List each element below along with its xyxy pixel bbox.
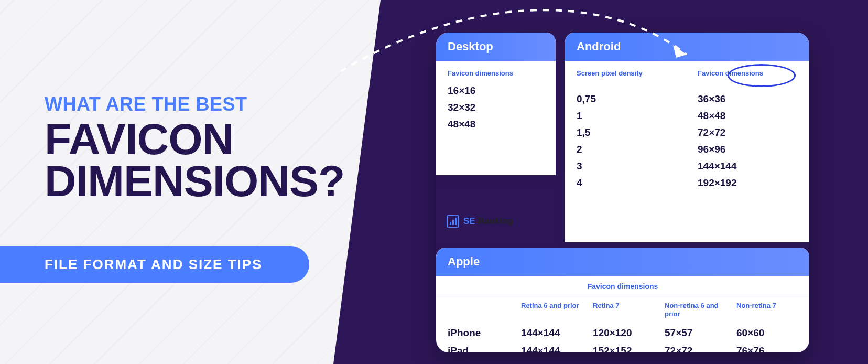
desktop-value: 48×48	[448, 119, 544, 130]
android-density: 4	[577, 177, 677, 189]
kicker-text: WHAT ARE THE BEST	[45, 93, 344, 115]
desktop-value: 16×16	[448, 85, 544, 97]
android-dimension: 192×192	[698, 177, 798, 189]
android-dimension: 144×144	[698, 160, 798, 172]
apple-col-header: Non-retina 6 and prior	[665, 302, 726, 324]
apple-card: Apple Favicon dimensions Retina 6 and pr…	[436, 248, 809, 352]
desktop-value: 32×32	[448, 102, 544, 113]
android-density: 1	[577, 110, 677, 122]
apple-cell: 152×152	[593, 342, 654, 352]
desktop-card-header: Desktop	[436, 33, 556, 61]
se-ranking-badge: SE Ranking	[441, 212, 518, 231]
apple-cell: 76×76	[736, 342, 798, 352]
apple-subheader: Favicon dimensions	[436, 276, 809, 295]
android-dimension: 96×96	[698, 144, 798, 155]
bar-chart-icon	[447, 215, 459, 228]
android-density: 1,5	[577, 127, 677, 138]
apple-card-header: Apple	[436, 248, 809, 276]
apple-col-header: Non-retina 7	[736, 302, 798, 324]
apple-col-header: Retina 7	[593, 302, 654, 324]
apple-cell: 57×57	[665, 324, 726, 342]
android-dimension: 36×36	[698, 93, 798, 105]
apple-cell: 120×120	[593, 324, 654, 342]
android-col2-label: Favicon dimensions	[698, 69, 798, 86]
android-dimension: 72×72	[698, 127, 798, 138]
android-col1-label: Screen pixel density	[577, 69, 677, 86]
desktop-column-label: Favicon dimensions	[448, 69, 544, 78]
apple-cell: 60×60	[736, 324, 798, 342]
tables-panel: Desktop Favicon dimensions 16×16 32×32 4…	[436, 33, 809, 352]
subtitle-pill: FILE FORMAT AND SIZE TIPS	[0, 246, 309, 283]
android-card-header: Android	[565, 33, 809, 61]
apple-cell: 144×144	[521, 324, 582, 342]
android-dimension: 48×48	[698, 110, 798, 122]
android-density: 0,75	[577, 93, 677, 105]
apple-row-label: iPad	[448, 342, 511, 352]
se-ranking-text: SE Ranking	[463, 216, 513, 227]
android-density: 2	[577, 144, 677, 155]
subtitle-text: FILE FORMAT AND SIZE TIPS	[45, 256, 262, 273]
apple-row-label: iPhone	[448, 324, 511, 342]
desktop-card: Desktop Favicon dimensions 16×16 32×32 4…	[436, 33, 556, 175]
apple-col-header: Retina 6 and prior	[521, 302, 582, 324]
android-card: Android Screen pixel density 0,75 1 1,5 …	[565, 33, 809, 242]
headline-line-2: DIMENSIONS?	[45, 160, 344, 202]
apple-cell: 72×72	[665, 342, 726, 352]
headline-line-1: FAVICON	[45, 119, 344, 160]
headline-block: WHAT ARE THE BEST FAVICON DIMENSIONS?	[45, 93, 344, 202]
android-density: 3	[577, 160, 677, 172]
apple-cell: 144×144	[521, 342, 582, 352]
